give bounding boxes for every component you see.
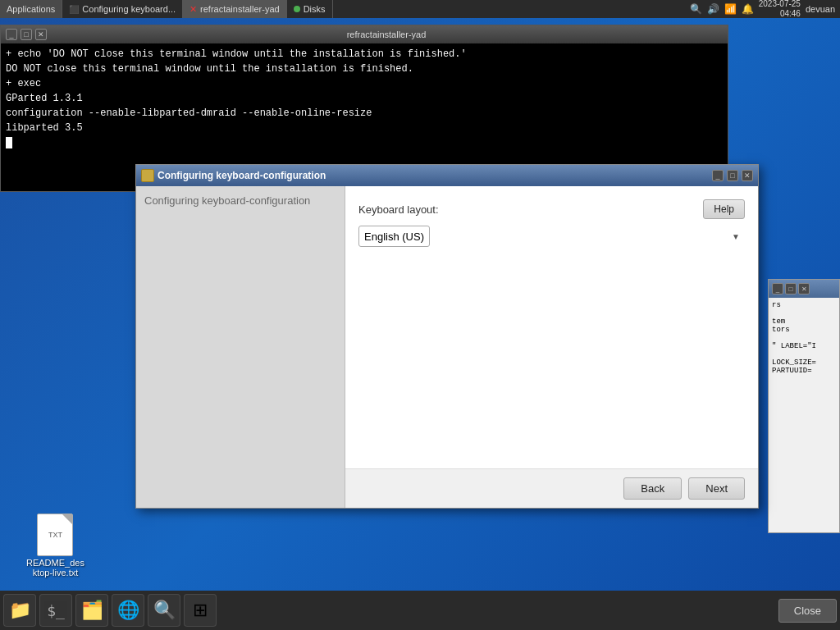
dialog-body: Configuring keyboard-configuration Keybo… — [136, 186, 758, 508]
layout-select-wrapper: English (US) English (UK) German French … — [358, 226, 745, 247]
close-button[interactable]: Close — [778, 599, 837, 623]
t2-line-8: LOCK_SIZE= — [772, 358, 836, 367]
apps-label: Applications — [7, 4, 55, 14]
tab-disks[interactable]: Disks — [287, 0, 333, 18]
terminal-2-titlebar: _ □ ✕ — [769, 280, 839, 298]
help-button[interactable]: Help — [703, 199, 745, 219]
dialog-minimize-btn[interactable]: _ — [712, 170, 724, 181]
keyboard-layout-select[interactable]: English (US) English (UK) German French … — [358, 226, 430, 247]
window-tabs: ⬛ Configuring keyboard... ✕ refractainst… — [62, 0, 684, 18]
terminal-taskbar-icon[interactable]: $_ — [39, 594, 72, 627]
back-button[interactable]: Back — [623, 477, 682, 500]
terminal-maximize-btn[interactable]: □ — [21, 29, 32, 40]
dialog-title: Configuring keyboard-configuration — [158, 170, 709, 181]
terminal-titlebar: _ □ ✕ refractainstaller-yad — [1, 25, 728, 43]
terminal-title: refractainstaller-yad — [50, 30, 723, 39]
dropdown-row: English (US) English (UK) German French … — [345, 219, 758, 247]
dialog-footer: Back Next — [345, 468, 758, 508]
bell-tray-icon[interactable]: 🔔 — [742, 3, 754, 15]
t2-close-btn[interactable]: ✕ — [798, 283, 810, 294]
terminal-close-btn[interactable]: ✕ — [35, 29, 47, 40]
t2-line-6: " LABEL="I — [772, 342, 836, 350]
terminal-line-2: DO NOT close this terminal window until … — [6, 62, 723, 76]
next-button[interactable]: Next — [688, 477, 745, 500]
terminal-line-5: configuration --enable-libparted-dmraid … — [6, 106, 723, 121]
applications-menu[interactable]: Applications — [0, 0, 62, 18]
tab-refractainstaller[interactable]: ✕ refractainstaller-yad — [183, 0, 287, 18]
terminal-window-2: _ □ ✕ rs tem tors " LABEL="I LOCK_SIZE= … — [768, 279, 840, 533]
readme-icon-label: README_desktop-live.txt — [26, 558, 84, 578]
tab-disks-label: Disks — [304, 4, 326, 14]
taskbar-bottom: 📁 $_ 🗂️ 🌐 🔍 ⊞ Close — [0, 591, 840, 630]
t2-line-5 — [772, 334, 836, 342]
tab-configuring-keyboard[interactable]: ⬛ Configuring keyboard... — [62, 0, 183, 18]
terminal-icon: $_ — [44, 601, 67, 619]
terminal-cursor-line — [6, 135, 723, 150]
datetime-display: 2023-07-2504:46 — [759, 0, 801, 19]
dialog-sidebar: Configuring keyboard-configuration — [136, 186, 345, 508]
keyboard-config-dialog: Configuring keyboard-configuration _ □ ✕… — [135, 164, 759, 509]
search-tray-icon[interactable]: 🔍 — [690, 3, 702, 15]
t2-line-2 — [772, 309, 836, 317]
select-dropdown-arrow: ▼ — [732, 232, 740, 241]
filemanager-icon: 🗂️ — [81, 600, 103, 621]
terminal-line-1: + echo 'DO NOT close this terminal windo… — [6, 47, 723, 62]
tab-refracta-label: refractainstaller-yad — [200, 4, 280, 14]
folder-icon: 📁 — [9, 600, 31, 621]
dialog-main: Keyboard layout: Help English (US) Engli… — [345, 186, 758, 508]
dialog-main-content — [345, 247, 758, 468]
t2-maximize-btn[interactable]: □ — [785, 283, 797, 294]
terminal-line-6: libparted 3.5 — [6, 121, 723, 135]
readme-desktop-icon[interactable]: TXT README_desktop-live.txt — [23, 512, 88, 581]
dialog-sidebar-label: Configuring keyboard-configuration — [144, 194, 310, 207]
dialog-close-btn[interactable]: ✕ — [742, 170, 753, 181]
volume-tray-icon[interactable]: 🔊 — [707, 3, 719, 15]
files-taskbar-icon[interactable]: 📁 — [3, 594, 36, 627]
username-display: devuan — [806, 4, 835, 14]
dialog-maximize-btn[interactable]: □ — [727, 170, 738, 181]
apps-taskbar-icon[interactable]: ⊞ — [184, 594, 217, 627]
taskbar-top: Applications ⬛ Configuring keyboard... ✕… — [0, 0, 840, 18]
t2-line-4: tors — [772, 326, 836, 334]
keyboard-layout-label: Keyboard layout: — [358, 203, 695, 216]
tab-disks-dot — [294, 6, 300, 12]
search-taskbar-icon[interactable]: 🔍 — [148, 594, 180, 627]
t2-line-1: rs — [772, 301, 836, 309]
terminal-2-content: rs tem tors " LABEL="I LOCK_SIZE= PARTUU… — [769, 298, 839, 532]
t2-line-9: PARTUUID= — [772, 367, 836, 375]
readme-icon-image: TXT — [35, 515, 75, 555]
tab-keyboard-label: Configuring keyboard... — [82, 4, 176, 14]
t2-line-7 — [772, 350, 836, 358]
terminal-line-4: GParted 1.3.1 — [6, 91, 723, 106]
dialog-titlebar: Configuring keyboard-configuration _ □ ✕ — [136, 165, 758, 186]
browser-taskbar-icon[interactable]: 🌐 — [112, 594, 144, 627]
dialog-main-top: Keyboard layout: Help — [345, 186, 758, 219]
magnifier-icon: 🔍 — [153, 600, 176, 621]
txt-file-icon: TXT — [37, 514, 73, 556]
grid-icon: ⊞ — [193, 600, 208, 621]
terminal-line-3: + exec — [6, 76, 723, 91]
filemanager-taskbar-icon[interactable]: 🗂️ — [75, 594, 108, 627]
t2-line-3: tem — [772, 317, 836, 326]
system-tray: 🔍 🔊 📶 🔔 2023-07-2504:46 devuan — [685, 0, 840, 19]
tab-icon-term: ⬛ — [69, 5, 79, 14]
terminal-minimize-btn[interactable]: _ — [6, 29, 17, 40]
terminal-cursor — [6, 137, 12, 148]
network-tray-icon[interactable]: 📶 — [724, 3, 737, 15]
dialog-folder-icon — [141, 169, 154, 182]
tab-x-icon: ✕ — [189, 4, 197, 15]
globe-icon: 🌐 — [117, 600, 139, 621]
t2-minimize-btn[interactable]: _ — [772, 283, 783, 294]
